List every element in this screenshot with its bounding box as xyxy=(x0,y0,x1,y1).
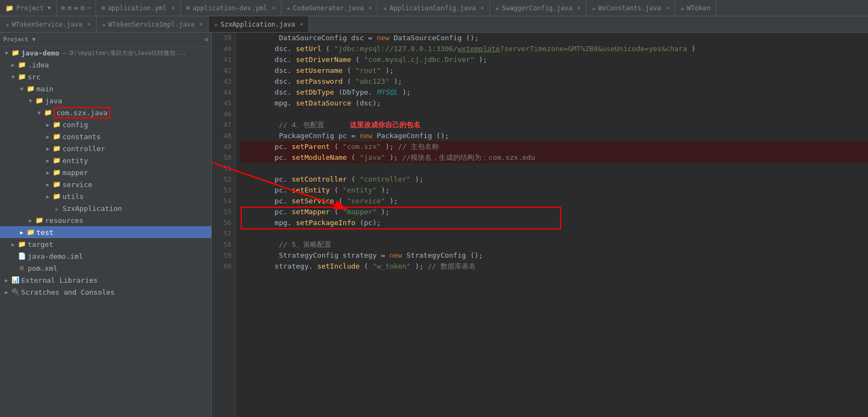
diff-icon[interactable]: ⇌ xyxy=(74,4,78,12)
code-line-49: pc. setParent ( "com.szx" ); // 主包名称 xyxy=(241,141,868,152)
tab-wtokenservice-close[interactable]: × xyxy=(87,21,91,27)
minus-icon[interactable]: − xyxy=(87,4,91,12)
label-config: config xyxy=(62,121,88,129)
code-line-59: StrategyConfig strategy = new StrategyCo… xyxy=(241,250,868,261)
tab-app-yml[interactable]: ⚙ application.yml × xyxy=(96,0,181,16)
tree-item-java[interactable]: 📁 java xyxy=(0,95,211,107)
arrow-java-demo xyxy=(2,48,11,57)
code-line-47: // 4、包配置 这里改成你自己的包名 xyxy=(241,120,868,130)
tree-item-service[interactable]: 📁 service xyxy=(0,178,211,190)
tab-codegen-close[interactable]: × xyxy=(368,5,372,11)
iml-icon: 📄 xyxy=(17,252,26,260)
tab-wtokenserviceimpl[interactable]: ☕ WTokenServiceImpl.java × xyxy=(97,16,209,33)
code-line-41: dsc. setDriverName ( "com.mysql.cj.jdbc.… xyxy=(241,54,868,65)
tab-codegen[interactable]: ☕ CodeGenerator.java × xyxy=(281,0,378,16)
sidebar-title: Project ▼ xyxy=(3,36,36,43)
tree-item-entity[interactable]: 📁 entity xyxy=(0,154,211,166)
code-line-53: pc. setEntity ( "entity" ); xyxy=(241,185,868,196)
code-line-55: pc. setMapper ( "mapper" ); xyxy=(241,207,868,217)
ln-56: 56 xyxy=(214,217,231,228)
arrow-extlibs xyxy=(2,276,11,284)
tab-wtokenservice[interactable]: ☕ WTokenService.java × xyxy=(0,16,97,33)
yml-icon: ⚙ xyxy=(102,4,105,11)
arrow-config xyxy=(43,120,52,129)
ln-45: 45 xyxy=(214,98,231,109)
tree-item-pom[interactable]: m pom.xml xyxy=(0,262,211,274)
label-szxapplication: SzxApplication xyxy=(62,204,122,213)
tree-item-mapper[interactable]: 📁 mapper xyxy=(0,166,211,178)
arrow-resources xyxy=(26,216,35,225)
service-folder-icon: 📁 xyxy=(52,180,61,189)
tab-szxapplication[interactable]: ☕ SzxApplication.java × xyxy=(209,16,309,33)
tab-wtokenserviceimpl-label: WTokenServiceImpl.java xyxy=(108,21,194,28)
ln-42: 42 xyxy=(214,65,231,76)
tree-item-config[interactable]: 📁 config xyxy=(0,119,211,130)
tree-item-utils[interactable]: 📁 utils xyxy=(0,190,211,202)
tree-item-idea[interactable]: 📁 .idea xyxy=(0,59,211,71)
tree-item-com-szx[interactable]: 📁 com.szx.java xyxy=(0,107,211,119)
layout-icon[interactable]: ≡ xyxy=(67,4,72,12)
tree-item-target[interactable]: 📁 target xyxy=(0,238,211,250)
ln-46: 46 xyxy=(214,109,231,120)
arrow-java xyxy=(26,96,35,105)
tab-wtoken[interactable]: ☕ WToken xyxy=(675,0,716,16)
tab-swagger-close[interactable]: × xyxy=(577,5,581,11)
label-java: java xyxy=(45,97,62,105)
label-mapper: mapper xyxy=(62,169,88,177)
wtoken-icon: ☕ xyxy=(681,4,684,11)
extlibs-icon: 📊 xyxy=(11,276,20,284)
code-line-43: dsc. setPassword ( "abc123" ); xyxy=(241,76,868,87)
tab-app-yml-close[interactable]: × xyxy=(172,5,175,11)
tab-project[interactable]: 📁 Project ▼ xyxy=(0,0,57,16)
ln-54: 54 xyxy=(214,196,231,207)
tab-wtoken-label: WToken xyxy=(687,4,710,12)
tree-item-controller[interactable]: 📁 controller xyxy=(0,142,211,154)
src-folder-icon: 📁 xyxy=(17,72,26,81)
code-line-54: pc. setService ( "service" ); xyxy=(241,196,868,207)
tab-swagger[interactable]: ☕ SwaggerConfig.java × xyxy=(490,0,587,16)
settings-icon[interactable]: ⚙ xyxy=(80,4,85,12)
code-line-48: PackageConfig pc = new PackageConfig (); xyxy=(241,130,868,141)
project-icon: 📁 xyxy=(11,48,20,57)
codegen-icon: ☕ xyxy=(287,4,291,11)
tab-app-dev-yml-close[interactable]: × xyxy=(272,5,275,11)
tab-szxapplication-close[interactable]: × xyxy=(300,21,303,27)
tab-swagger-label: SwaggerConfig.java xyxy=(502,4,573,12)
tree-item-constants[interactable]: 📁 constants xyxy=(0,130,211,142)
code-line-51 xyxy=(241,163,868,174)
tree-item-src[interactable]: 📁 src xyxy=(0,71,211,83)
wtokenservice-icon: ☕ xyxy=(5,21,9,28)
tab-app-dev-yml[interactable]: ⚙ application-dev.yml × xyxy=(181,0,281,16)
tab-wxconstants-close[interactable]: × xyxy=(666,5,669,11)
tab-wxconstants[interactable]: ☕ WxConstants.java × xyxy=(587,0,675,16)
tree-item-test[interactable]: 📁 test xyxy=(0,226,211,238)
tree-item-iml[interactable]: 📄 java-demo.iml xyxy=(0,250,211,262)
ln-41: 41 xyxy=(214,54,231,65)
ln-58: 58 xyxy=(214,239,231,250)
code-line-52: pc. setController ( "controller" ); xyxy=(241,174,868,185)
ln-43: 43 xyxy=(214,76,231,87)
config-folder-icon: 📁 xyxy=(52,120,61,129)
code-line-42: dsc. setUsername ( "root" ); xyxy=(241,65,868,76)
label-pom: pom.xml xyxy=(28,264,58,272)
sync-icon[interactable]: ⊕ xyxy=(61,4,66,12)
controller-folder-icon: 📁 xyxy=(52,144,61,153)
project-path: – D:\mygitee\项目大全\Java玩转微信... xyxy=(62,49,186,57)
code-editor[interactable]: 39 40 41 42 43 44 45 46 47 48 49 50 51 5… xyxy=(212,33,868,417)
tree-item-java-demo[interactable]: 📁 java-demo – D:\mygitee\项目大全\Java玩转微信..… xyxy=(0,47,211,59)
label-service: service xyxy=(62,181,92,189)
tree-item-extlibs[interactable]: 📊 External Libraries xyxy=(0,274,211,286)
tree-item-resources[interactable]: 📁 resources xyxy=(0,214,211,226)
tab-wtokenserviceimpl-close[interactable]: × xyxy=(199,21,203,27)
label-test: test xyxy=(36,228,53,236)
tab-project-label: Project xyxy=(16,4,44,12)
code-line-56: mpg. setPackageInfo (pc); xyxy=(241,217,868,228)
tab-app-dev-yml-label: application-dev.yml xyxy=(192,4,267,12)
label-src: src xyxy=(28,73,40,81)
tab-appconfig[interactable]: ☕ ApplicationConfig.java × xyxy=(378,0,490,16)
tree-item-scratches[interactable]: 🔌 Scratches and Consoles xyxy=(0,286,211,298)
tab-appconfig-close[interactable]: × xyxy=(481,5,484,11)
tree-item-main[interactable]: 📁 main xyxy=(0,83,211,95)
sidebar-gear-icon[interactable]: ⚙ xyxy=(204,36,208,43)
tree-item-szxapplication[interactable]: ☕ SzxApplication xyxy=(0,202,211,214)
